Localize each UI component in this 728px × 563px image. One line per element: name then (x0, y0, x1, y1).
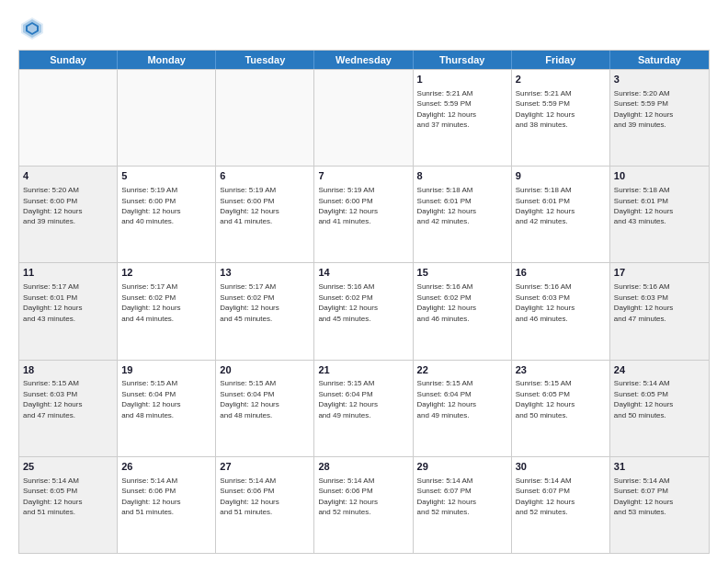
cal-cell: 7Sunrise: 5:19 AM Sunset: 6:00 PM Daylig… (314, 167, 413, 262)
cal-cell: 12Sunrise: 5:17 AM Sunset: 6:02 PM Dayli… (118, 263, 216, 359)
day-number: 30 (516, 460, 606, 474)
week-row-4: 18Sunrise: 5:15 AM Sunset: 6:03 PM Dayli… (19, 360, 709, 456)
cal-cell (216, 70, 314, 166)
weekday-header-tuesday: Tuesday (216, 51, 314, 69)
weekday-header-friday: Friday (512, 51, 610, 69)
cal-cell: 13Sunrise: 5:17 AM Sunset: 6:02 PM Dayli… (216, 263, 314, 359)
cell-info: Sunrise: 5:14 AM Sunset: 6:06 PM Dayligh… (220, 477, 279, 516)
weekday-header-wednesday: Wednesday (314, 51, 413, 69)
cell-info: Sunrise: 5:19 AM Sunset: 6:00 PM Dayligh… (220, 186, 279, 225)
cal-cell: 26Sunrise: 5:14 AM Sunset: 6:06 PM Dayli… (118, 457, 216, 553)
calendar-header: SundayMondayTuesdayWednesdayThursdayFrid… (19, 51, 709, 69)
day-number: 22 (417, 363, 507, 377)
day-number: 13 (220, 266, 310, 280)
day-number: 23 (516, 363, 606, 377)
cal-cell (19, 70, 118, 166)
cell-info: Sunrise: 5:19 AM Sunset: 6:00 PM Dayligh… (318, 186, 377, 225)
week-row-3: 11Sunrise: 5:17 AM Sunset: 6:01 PM Dayli… (19, 262, 709, 359)
day-number: 6 (220, 169, 310, 183)
cell-info: Sunrise: 5:14 AM Sunset: 6:07 PM Dayligh… (516, 477, 574, 516)
cal-cell: 25Sunrise: 5:14 AM Sunset: 6:05 PM Dayli… (19, 457, 118, 553)
cal-cell: 23Sunrise: 5:15 AM Sunset: 6:05 PM Dayli… (512, 361, 610, 456)
cell-info: Sunrise: 5:20 AM Sunset: 6:00 PM Dayligh… (23, 186, 82, 225)
weekday-header-thursday: Thursday (414, 51, 512, 69)
cell-info: Sunrise: 5:18 AM Sunset: 6:01 PM Dayligh… (614, 186, 673, 225)
cell-info: Sunrise: 5:21 AM Sunset: 5:59 PM Dayligh… (417, 89, 476, 129)
cell-info: Sunrise: 5:18 AM Sunset: 6:01 PM Dayligh… (516, 186, 574, 225)
day-number: 15 (417, 266, 507, 280)
cell-info: Sunrise: 5:14 AM Sunset: 6:05 PM Dayligh… (614, 379, 673, 419)
cal-cell: 4Sunrise: 5:20 AM Sunset: 6:00 PM Daylig… (19, 167, 118, 262)
cell-info: Sunrise: 5:15 AM Sunset: 6:05 PM Dayligh… (516, 379, 574, 419)
cal-cell: 14Sunrise: 5:16 AM Sunset: 6:02 PM Dayli… (314, 263, 413, 359)
day-number: 16 (516, 266, 606, 280)
day-number: 11 (23, 266, 113, 280)
day-number: 26 (121, 460, 211, 474)
day-number: 27 (220, 460, 310, 474)
cal-cell: 17Sunrise: 5:16 AM Sunset: 6:03 PM Dayli… (610, 263, 709, 359)
cal-cell: 2Sunrise: 5:21 AM Sunset: 5:59 PM Daylig… (512, 70, 610, 166)
weekday-header-sunday: Sunday (19, 51, 118, 69)
cal-cell: 11Sunrise: 5:17 AM Sunset: 6:01 PM Dayli… (19, 263, 118, 359)
day-number: 2 (516, 73, 606, 86)
week-row-1: 1Sunrise: 5:21 AM Sunset: 5:59 PM Daylig… (19, 69, 709, 166)
day-number: 10 (614, 169, 705, 183)
cell-info: Sunrise: 5:14 AM Sunset: 6:07 PM Dayligh… (417, 477, 476, 516)
cal-cell (118, 70, 216, 166)
cell-info: Sunrise: 5:15 AM Sunset: 6:04 PM Dayligh… (417, 379, 476, 419)
cell-info: Sunrise: 5:17 AM Sunset: 6:02 PM Dayligh… (121, 282, 180, 322)
cal-cell: 3Sunrise: 5:20 AM Sunset: 5:59 PM Daylig… (610, 70, 709, 166)
page: SundayMondayTuesdayWednesdayThursdayFrid… (0, 0, 728, 563)
cell-info: Sunrise: 5:21 AM Sunset: 5:59 PM Dayligh… (516, 89, 574, 129)
cal-cell: 30Sunrise: 5:14 AM Sunset: 6:07 PM Dayli… (512, 457, 610, 553)
day-number: 9 (516, 169, 606, 183)
week-row-5: 25Sunrise: 5:14 AM Sunset: 6:05 PM Dayli… (19, 456, 709, 553)
cal-cell: 5Sunrise: 5:19 AM Sunset: 6:00 PM Daylig… (118, 167, 216, 262)
cell-info: Sunrise: 5:14 AM Sunset: 6:06 PM Dayligh… (318, 477, 377, 516)
day-number: 20 (220, 363, 310, 377)
cell-info: Sunrise: 5:15 AM Sunset: 6:03 PM Dayligh… (23, 379, 82, 419)
cal-cell: 8Sunrise: 5:18 AM Sunset: 6:01 PM Daylig… (414, 167, 512, 262)
day-number: 4 (23, 169, 113, 183)
cell-info: Sunrise: 5:17 AM Sunset: 6:02 PM Dayligh… (220, 282, 279, 322)
cell-info: Sunrise: 5:20 AM Sunset: 5:59 PM Dayligh… (614, 89, 673, 129)
cell-info: Sunrise: 5:16 AM Sunset: 6:03 PM Dayligh… (614, 282, 673, 322)
day-number: 29 (417, 460, 507, 474)
day-number: 28 (318, 460, 408, 474)
cal-cell (314, 70, 413, 166)
cal-cell: 9Sunrise: 5:18 AM Sunset: 6:01 PM Daylig… (512, 167, 610, 262)
header (18, 15, 710, 42)
cal-cell: 27Sunrise: 5:14 AM Sunset: 6:06 PM Dayli… (216, 457, 314, 553)
day-number: 12 (121, 266, 211, 280)
cell-info: Sunrise: 5:19 AM Sunset: 6:00 PM Dayligh… (121, 186, 180, 225)
day-number: 18 (23, 363, 113, 377)
day-number: 21 (318, 363, 408, 377)
cal-cell: 24Sunrise: 5:14 AM Sunset: 6:05 PM Dayli… (610, 361, 709, 456)
cal-cell: 29Sunrise: 5:14 AM Sunset: 6:07 PM Dayli… (414, 457, 512, 553)
cal-cell: 28Sunrise: 5:14 AM Sunset: 6:06 PM Dayli… (314, 457, 413, 553)
cal-cell: 16Sunrise: 5:16 AM Sunset: 6:03 PM Dayli… (512, 263, 610, 359)
cell-info: Sunrise: 5:16 AM Sunset: 6:02 PM Dayligh… (417, 282, 476, 322)
day-number: 7 (318, 169, 408, 183)
cell-info: Sunrise: 5:16 AM Sunset: 6:03 PM Dayligh… (516, 282, 574, 322)
cal-cell: 22Sunrise: 5:15 AM Sunset: 6:04 PM Dayli… (414, 361, 512, 456)
cell-info: Sunrise: 5:14 AM Sunset: 6:07 PM Dayligh… (614, 477, 673, 516)
cal-cell: 10Sunrise: 5:18 AM Sunset: 6:01 PM Dayli… (610, 167, 709, 262)
calendar-body: 1Sunrise: 5:21 AM Sunset: 5:59 PM Daylig… (19, 69, 709, 553)
cal-cell: 21Sunrise: 5:15 AM Sunset: 6:04 PM Dayli… (314, 361, 413, 456)
day-number: 5 (121, 169, 211, 183)
cell-info: Sunrise: 5:15 AM Sunset: 6:04 PM Dayligh… (121, 379, 180, 419)
cal-cell: 19Sunrise: 5:15 AM Sunset: 6:04 PM Dayli… (118, 361, 216, 456)
calendar: SundayMondayTuesdayWednesdayThursdayFrid… (18, 50, 710, 554)
week-row-2: 4Sunrise: 5:20 AM Sunset: 6:00 PM Daylig… (19, 166, 709, 262)
cell-info: Sunrise: 5:14 AM Sunset: 6:05 PM Dayligh… (23, 477, 82, 516)
cell-info: Sunrise: 5:15 AM Sunset: 6:04 PM Dayligh… (220, 379, 279, 419)
day-number: 8 (417, 169, 507, 183)
cell-info: Sunrise: 5:18 AM Sunset: 6:01 PM Dayligh… (417, 186, 476, 225)
logo-icon (18, 15, 46, 42)
cal-cell: 31Sunrise: 5:14 AM Sunset: 6:07 PM Dayli… (610, 457, 709, 553)
day-number: 1 (417, 73, 507, 86)
cal-cell: 1Sunrise: 5:21 AM Sunset: 5:59 PM Daylig… (414, 70, 512, 166)
logo (18, 15, 50, 42)
cal-cell: 15Sunrise: 5:16 AM Sunset: 6:02 PM Dayli… (414, 263, 512, 359)
